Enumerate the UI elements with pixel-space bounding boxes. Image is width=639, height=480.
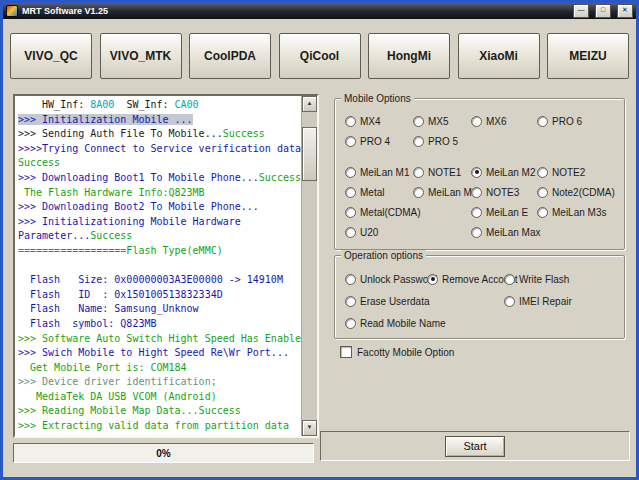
radio-icon <box>537 167 548 178</box>
radio-meilan-m1[interactable]: MeiLan M1 <box>345 167 413 178</box>
log-line: >>> Initializationing Mobile Hardware <box>18 215 301 230</box>
radio-label: NOTE2 <box>552 167 585 178</box>
operation-options-title: Operation options <box>341 250 426 261</box>
radio-meilan-e[interactable]: MeiLan E <box>471 207 537 218</box>
tab-qicool[interactable]: QiCool <box>279 33 361 79</box>
log-line: >>>>Trying Connect to Service verificati… <box>18 142 301 157</box>
app-window: MRT Software V1.25 — □ ✕ VIVO_QCVIVO_MTK… <box>0 0 639 480</box>
start-button[interactable]: Start <box>445 436 505 457</box>
radio-label: MeiLan M1 <box>360 167 409 178</box>
tab-hongmi[interactable]: HongMi <box>368 33 450 79</box>
radio-icon <box>537 116 548 127</box>
radio-read-mobile-name[interactable]: Read Mobile Name <box>345 318 427 329</box>
radio-meilan-m3[interactable]: MeiLan M3 <box>413 187 471 198</box>
radio-icon <box>504 296 515 307</box>
scrollbar-up-icon[interactable]: ▲ <box>302 96 317 112</box>
radio-icon <box>537 187 548 198</box>
radio-label: Metal(CDMA) <box>360 207 421 218</box>
radio-remove-account[interactable]: Remove Account <box>427 274 504 285</box>
progress-bar: 0% <box>13 443 314 463</box>
tab-vivo-mtk[interactable]: VIVO_MTK <box>100 33 182 79</box>
radio-erase-userdata[interactable]: Erase Userdata <box>345 296 427 307</box>
radio-icon <box>537 207 548 218</box>
tab-vivo-qc[interactable]: VIVO_QC <box>10 33 92 79</box>
tab-meizu[interactable]: MEIZU <box>547 33 629 79</box>
radio-metal-cdma[interactable]: Metal(CDMA) <box>345 207 413 218</box>
mobile-options-title: Mobile Options <box>341 93 414 104</box>
radio-imei-repair[interactable]: IMEI Repair <box>504 296 620 307</box>
radio-pro-6[interactable]: PRO 6 <box>537 116 620 127</box>
radio-metal[interactable]: Metal <box>345 187 413 198</box>
radio-note3[interactable]: NOTE3 <box>471 187 537 198</box>
title-bar: MRT Software V1.25 — □ ✕ <box>3 3 636 19</box>
tab-coolpda[interactable]: CoolPDA <box>189 33 271 79</box>
radio-icon <box>345 296 356 307</box>
radio-label: Metal <box>360 187 384 198</box>
radio-icon <box>345 274 356 285</box>
log-panel: HW_Inf: 8A00 SW_Inf: CA00>>> Initializat… <box>13 94 319 438</box>
radio-label: Write Flash <box>519 274 569 285</box>
factory-mobile-option-checkbox[interactable]: Facotty Mobile Option <box>340 346 454 358</box>
minimize-button[interactable]: — <box>573 4 589 18</box>
radio-icon <box>427 274 438 285</box>
radio-meilan-m3s[interactable]: MeiLan M3s <box>537 207 620 218</box>
log-line: >>> Swich Mobile to Hight Speed Re\Wr Po… <box>18 346 301 361</box>
radio-label: MeiLan E <box>486 207 528 218</box>
log-line: >>> Reading Mobile Map Data...Success <box>18 404 301 419</box>
radio-icon <box>345 318 356 329</box>
radio-note2[interactable]: NOTE2 <box>537 167 620 178</box>
radio-icon <box>504 274 515 285</box>
radio-label: Unlock Password <box>360 274 437 285</box>
radio-icon <box>345 207 356 218</box>
radio-pro-4[interactable]: PRO 4 <box>345 136 413 147</box>
checkbox-icon <box>340 346 352 358</box>
tab-xiaomi[interactable]: XiaoMi <box>458 33 540 79</box>
close-button[interactable]: ✕ <box>617 4 633 18</box>
log-scrollbar[interactable]: ▲ ▼ <box>301 96 317 436</box>
log-line: Parameter...Success <box>18 229 301 244</box>
radio-icon <box>471 187 482 198</box>
log-line: Flash ID : 0x150100513832334D <box>18 288 301 303</box>
radio-label: NOTE3 <box>486 187 519 198</box>
operation-options-group: Operation options Unlock PasswordRemove … <box>334 255 625 339</box>
radio-icon <box>413 116 424 127</box>
log-line: The Flash Hardware Info:Q823MB <box>18 186 301 201</box>
radio-label: MeiLan M2 <box>486 167 535 178</box>
radio-pro-5[interactable]: PRO 5 <box>413 136 471 147</box>
radio-label: MX5 <box>428 116 449 127</box>
log-content: HW_Inf: 8A00 SW_Inf: CA00>>> Initializat… <box>15 96 301 436</box>
log-line: HW_Inf: 8A00 SW_Inf: CA00 <box>18 98 301 113</box>
scrollbar-down-icon[interactable]: ▼ <box>302 420 317 436</box>
scrollbar-thumb[interactable] <box>302 127 317 181</box>
log-line: >>> Extracting valid data from partition… <box>18 419 301 434</box>
radio-meilan-m2[interactable]: MeiLan M2 <box>471 167 537 178</box>
screen: MRT Software V1.25 — □ ✕ VIVO_QCVIVO_MTK… <box>0 0 639 480</box>
maximize-button[interactable]: □ <box>595 4 611 18</box>
radio-label: IMEI Repair <box>519 296 572 307</box>
progress-label: 0% <box>156 448 170 459</box>
radio-u20[interactable]: U20 <box>345 227 413 238</box>
window-title: MRT Software V1.25 <box>22 6 567 16</box>
log-line: ==================Flash Type(eMMC) <box>18 244 301 259</box>
log-line: Flash Size: 0x00000003A3E00000 -> 14910M <box>18 273 301 288</box>
radio-label: U20 <box>360 227 378 238</box>
log-line: Flash symbol: Q823MB <box>18 317 301 332</box>
app-icon <box>6 5 18 17</box>
radio-note1[interactable]: NOTE1 <box>413 167 471 178</box>
mobile-options-rows: MX4MX5MX6PRO 6PRO 4PRO 5MeiLan M1NOTE1Me… <box>345 111 620 242</box>
tab-bar: VIVO_QCVIVO_MTKCoolPDAQiCoolHongMiXiaoMi… <box>10 33 629 79</box>
radio-mx4[interactable]: MX4 <box>345 116 413 127</box>
log-line: Success <box>18 156 301 171</box>
radio-icon <box>471 167 482 178</box>
radio-icon <box>345 227 356 238</box>
radio-meilan-max[interactable]: MeiLan Max <box>471 227 537 238</box>
log-line: Get Mobile Port is: COM184 <box>18 361 301 376</box>
radio-mx5[interactable]: MX5 <box>413 116 471 127</box>
radio-note2-cdma[interactable]: Note2(CDMA) <box>537 187 620 198</box>
log-line: Flash Name: Samsung_Unknow <box>18 302 301 317</box>
scrollbar-track[interactable] <box>302 112 317 420</box>
radio-unlock-password[interactable]: Unlock Password <box>345 274 427 285</box>
radio-write-flash[interactable]: Write Flash <box>504 274 620 285</box>
radio-mx6[interactable]: MX6 <box>471 116 537 127</box>
bottom-panel: Start <box>320 431 630 461</box>
